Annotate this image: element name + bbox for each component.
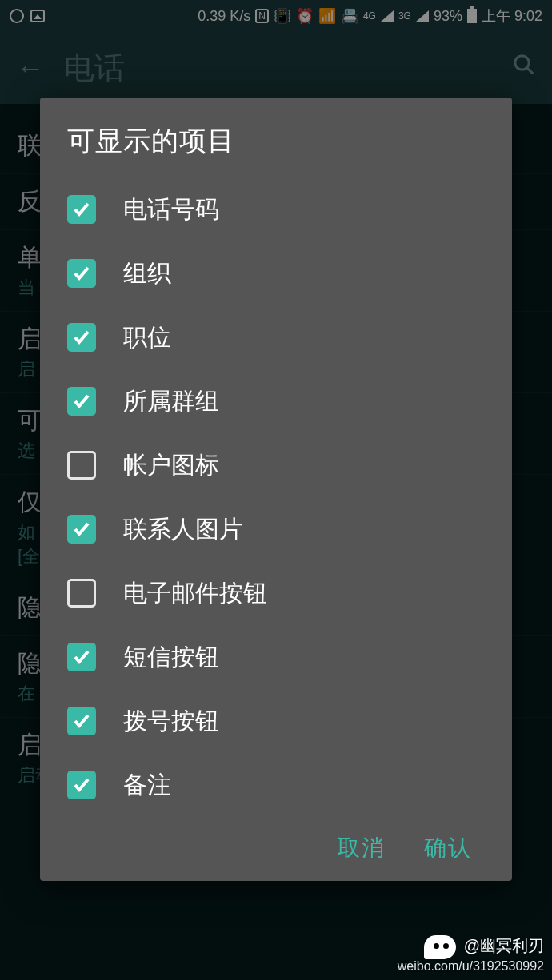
option-item[interactable]: 联系人图片 <box>67 497 485 561</box>
weibo-watermark: @幽冥利刃 weibo.com/u/3192530992 <box>398 935 544 974</box>
vibrate-icon: 📳 <box>274 7 291 25</box>
sim-icon: 📇 <box>341 7 358 25</box>
circle-icon <box>10 9 24 23</box>
checkbox-unchecked-icon[interactable] <box>67 451 96 480</box>
option-label: 所属群组 <box>123 385 219 418</box>
battery-pct: 93% <box>434 8 462 25</box>
option-item[interactable]: 短信按钮 <box>67 625 485 689</box>
svg-line-1 <box>527 68 534 74</box>
displayable-items-dialog: 可显示的项目 电话号码组织职位所属群组帐户图标联系人图片电子邮件按钮短信按钮拨号… <box>40 98 512 881</box>
status-bar: 0.39 K/s N 📳 ⏰ 📶 📇 4G 3G 93% 上午 9:02 <box>0 0 552 32</box>
option-label: 电话号码 <box>123 193 219 226</box>
checkbox-checked-icon[interactable] <box>67 707 96 735</box>
option-item[interactable]: 电话号码 <box>67 177 485 241</box>
option-label: 拨号按钮 <box>123 705 219 738</box>
wifi-icon: 📶 <box>318 7 336 25</box>
app-bar: ← 电话 <box>0 32 552 104</box>
option-label: 组织 <box>123 257 171 290</box>
option-label: 职位 <box>123 321 171 354</box>
status-right: 0.39 K/s N 📳 ⏰ 📶 📇 4G 3G 93% 上午 9:02 <box>198 6 542 26</box>
net1-label: 4G <box>363 10 376 22</box>
weibo-url: weibo.com/u/3192530992 <box>398 959 544 974</box>
net2-label: 3G <box>398 10 411 22</box>
checkbox-checked-icon[interactable] <box>67 515 96 544</box>
page-title: 电话 <box>64 48 512 89</box>
option-item[interactable]: 职位 <box>67 305 485 369</box>
option-item[interactable]: 拨号按钮 <box>67 689 485 753</box>
clock: 上午 9:02 <box>482 6 542 26</box>
checkbox-checked-icon[interactable] <box>67 643 96 671</box>
net-speed: 0.39 K/s <box>198 8 250 25</box>
status-left <box>10 9 45 23</box>
image-icon <box>30 10 45 22</box>
weibo-logo-icon <box>424 935 456 959</box>
option-item[interactable]: 组织 <box>67 241 485 305</box>
back-icon[interactable]: ← <box>16 51 45 85</box>
option-label: 帐户图标 <box>123 449 219 482</box>
nfc-icon: N <box>255 9 269 23</box>
alarm-icon: ⏰ <box>296 7 314 25</box>
checkbox-checked-icon[interactable] <box>67 195 96 224</box>
checkbox-checked-icon[interactable] <box>67 387 96 416</box>
checkbox-checked-icon[interactable] <box>67 323 96 352</box>
option-label: 短信按钮 <box>123 641 219 674</box>
search-icon[interactable] <box>512 53 536 83</box>
option-item[interactable]: 所属群组 <box>67 369 485 433</box>
cancel-button[interactable]: 取消 <box>338 833 386 863</box>
option-item[interactable]: 帐户图标 <box>67 433 485 497</box>
svg-point-0 <box>515 56 530 70</box>
signal2-icon <box>416 10 429 22</box>
option-label: 电子邮件按钮 <box>123 577 267 610</box>
signal1-icon <box>381 10 394 22</box>
weibo-username: @幽冥利刃 <box>464 937 544 954</box>
dialog-title: 可显示的项目 <box>67 123 485 160</box>
option-label: 联系人图片 <box>123 513 243 546</box>
battery-icon <box>467 9 477 23</box>
option-item[interactable]: 备注 <box>67 753 485 817</box>
checkbox-unchecked-icon[interactable] <box>67 579 96 608</box>
checkbox-checked-icon[interactable] <box>67 771 96 799</box>
option-label: 备注 <box>123 769 171 802</box>
checkbox-checked-icon[interactable] <box>67 259 96 288</box>
confirm-button[interactable]: 确认 <box>424 833 472 863</box>
option-list: 电话号码组织职位所属群组帐户图标联系人图片电子邮件按钮短信按钮拨号按钮备注 <box>67 177 485 817</box>
dialog-actions: 取消 确认 <box>67 817 485 870</box>
option-item[interactable]: 电子邮件按钮 <box>67 561 485 625</box>
